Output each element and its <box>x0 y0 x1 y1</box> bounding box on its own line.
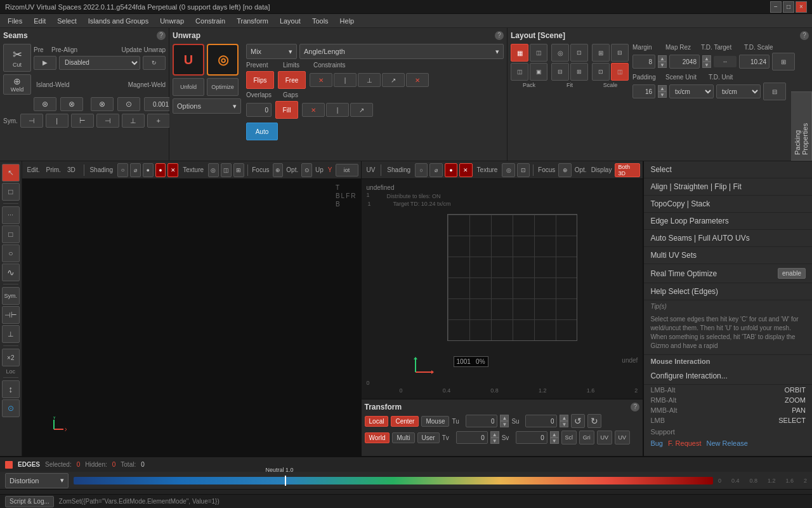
scroll-scl-btn[interactable]: Scl <box>561 431 577 444</box>
both-3d-btn[interactable]: Both 3D <box>615 163 640 177</box>
user-mode-btn[interactable]: User <box>417 432 440 443</box>
scroll-uv-btn2[interactable]: UV <box>615 431 630 444</box>
map-rez-down[interactable]: ▼ <box>702 62 711 68</box>
padding-down[interactable]: ▼ <box>658 91 667 98</box>
select-item[interactable]: Select <box>644 161 812 178</box>
scale-btn4[interactable]: ◫ <box>611 63 629 81</box>
local-mode-btn[interactable]: Local <box>365 416 389 427</box>
auto-seams-item[interactable]: Auto Seams | Full AUTO UVs <box>644 230 812 247</box>
td-unit-icon[interactable]: ⊟ <box>763 83 786 100</box>
fit-btn4[interactable]: ⊞ <box>570 63 588 81</box>
menu-unwrap[interactable]: Unwrap <box>155 16 189 26</box>
mix-dropdown[interactable]: Mix ▾ <box>246 44 297 59</box>
scale-btn1[interactable]: ⊞ <box>592 44 610 62</box>
td-unit-select[interactable]: tx/cm <box>716 84 761 98</box>
menu-files[interactable]: Files <box>3 16 27 26</box>
tv-up[interactable]: ▲ <box>490 431 499 438</box>
uv-shading-btn4[interactable]: ✕ <box>459 163 472 177</box>
packing-properties-tab[interactable]: Packing Properties <box>791 91 812 161</box>
center-mode-btn[interactable]: Center <box>391 416 419 427</box>
textured-btn[interactable]: ● <box>155 163 166 177</box>
scale-btn2[interactable]: ⊟ <box>611 44 629 62</box>
constraint-btn4[interactable]: ↗ <box>382 73 405 87</box>
configure-interaction-item[interactable]: Configure Interaction... <box>644 368 812 385</box>
rotate-cw-btn[interactable]: ↻ <box>587 414 601 428</box>
margin-up[interactable]: ▲ <box>658 55 667 62</box>
optimize-button[interactable]: ◎ <box>207 44 239 76</box>
sym-btn2[interactable]: | <box>46 114 69 128</box>
shield-button[interactable]: ⊙ <box>2 399 20 417</box>
fit-btn2[interactable]: ⊡ <box>570 44 588 62</box>
rotate-ccw-btn[interactable]: ↺ <box>571 414 585 428</box>
scroll-gri-btn[interactable]: Gri <box>579 431 594 444</box>
bug-link[interactable]: Bug <box>650 439 663 447</box>
select-tool-button[interactable]: ↖ <box>2 164 20 182</box>
td-scale-btn[interactable]: ⊞ <box>772 53 795 70</box>
margin-down[interactable]: ▼ <box>658 62 667 68</box>
edge-loop-item[interactable]: Edge Loop Parameters <box>644 213 812 230</box>
tv-down[interactable]: ▼ <box>490 438 499 444</box>
gap-btn3[interactable]: ↗ <box>350 103 373 117</box>
flips-button[interactable]: Flips <box>246 71 274 89</box>
mirror-button[interactable]: ⊣⊢ <box>2 306 20 324</box>
menu-select[interactable]: Select <box>52 16 82 26</box>
world-mode-btn[interactable]: World <box>365 432 390 443</box>
sym-btn5[interactable]: ⊥ <box>122 114 145 128</box>
auto-button[interactable]: Auto <box>246 123 278 140</box>
seams-help-button[interactable]: ? <box>157 31 166 40</box>
multi-mode-btn[interactable]: Multi <box>392 432 414 443</box>
close-button[interactable]: × <box>796 1 807 13</box>
uv-tex-btn1[interactable]: ◎ <box>502 163 514 177</box>
su-up[interactable]: ▲ <box>560 415 568 421</box>
script-log-button[interactable]: Script & Log... <box>5 496 54 507</box>
enable-button[interactable]: enable <box>778 268 806 279</box>
su-down[interactable]: ▼ <box>560 421 568 427</box>
magnet-weld-btn2[interactable]: ⊙ <box>117 97 140 111</box>
pre-toggle-button[interactable]: ▶ <box>34 56 56 70</box>
help-select-item[interactable]: Help Select (Edges) <box>644 283 812 300</box>
free-button[interactable]: Free <box>278 71 306 89</box>
tu-input[interactable] <box>466 415 497 427</box>
real-time-item[interactable]: Real Time Optimize enable <box>644 264 812 283</box>
unfold-button[interactable]: U <box>173 44 204 76</box>
map-rez-input[interactable] <box>669 55 700 69</box>
fit-btn1[interactable]: ◎ <box>551 44 569 62</box>
tex-btn3[interactable]: ⊞ <box>233 163 244 177</box>
uv-shading-btn1[interactable]: ○ <box>415 163 428 177</box>
prim-tab[interactable]: Prim. <box>44 166 63 173</box>
sym-btn3[interactable]: ⊢ <box>71 114 94 128</box>
more-3d-btn[interactable]: iot <box>336 164 358 177</box>
sym-btn6[interactable]: + <box>147 114 170 128</box>
scene-unit-select[interactable]: tx/cm <box>669 84 714 98</box>
uv-focus-btn[interactable]: ⊕ <box>558 163 571 177</box>
options-dropdown[interactable]: Options ▾ <box>173 98 241 114</box>
solid-shading-btn[interactable]: ○ <box>117 163 128 177</box>
3d-tab[interactable]: 3D <box>65 166 78 173</box>
island-weld-icon-btn[interactable]: ⊛ <box>34 97 56 111</box>
padding-up[interactable]: ▲ <box>658 85 667 91</box>
menu-layout[interactable]: Layout <box>275 16 306 26</box>
rect-select-button[interactable]: □ <box>2 183 20 201</box>
menu-edit[interactable]: Edit <box>29 16 51 26</box>
lasso-button[interactable]: ⋯ <box>2 206 20 224</box>
gap-btn2[interactable]: | <box>326 103 349 117</box>
menu-help[interactable]: Help <box>335 16 360 26</box>
smooth-btn[interactable]: ● <box>143 163 154 177</box>
padding-input[interactable] <box>632 84 655 98</box>
constraint-btn1[interactable]: ✕ <box>310 73 332 87</box>
menu-transform[interactable]: Transform <box>232 16 273 26</box>
sym-tool-button[interactable]: Sym. <box>2 287 20 305</box>
sv-input[interactable] <box>516 431 547 444</box>
edit-tab[interactable]: Edit. <box>25 166 43 173</box>
uv-shading-btn3[interactable]: ● <box>445 163 457 177</box>
uv-tex-btn2[interactable]: ⊡ <box>517 163 530 177</box>
opt-btn[interactable]: ⊙ <box>301 163 312 177</box>
constraint-btn2[interactable]: | <box>334 73 357 87</box>
sv-down[interactable]: ▼ <box>550 438 559 444</box>
sv-up[interactable]: ▲ <box>550 431 559 438</box>
pin-button[interactable]: ↕ <box>2 380 20 398</box>
constraint-btn3[interactable]: ⊥ <box>358 73 381 87</box>
shaded-btn[interactable]: ✕ <box>167 163 178 177</box>
update-unwrap-button[interactable]: ↻ <box>143 56 166 70</box>
multi-uv-item[interactable]: Multi UV Sets <box>644 247 812 264</box>
